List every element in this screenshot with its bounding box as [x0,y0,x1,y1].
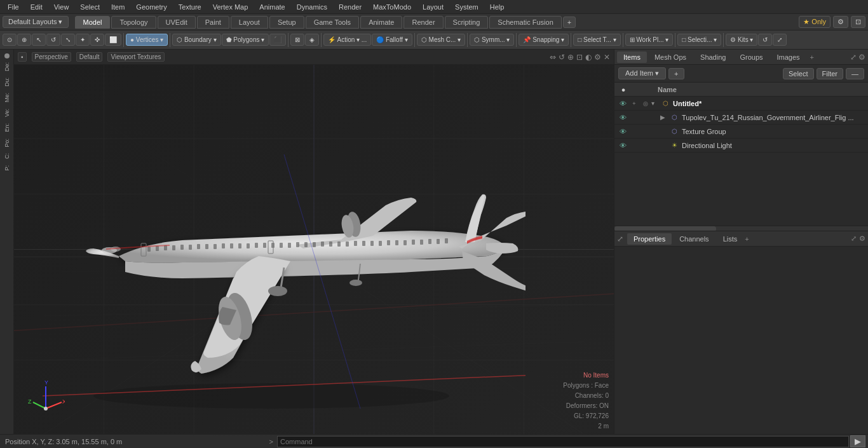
tab-meshops[interactable]: Mesh Ops [648,51,693,63]
vis2-light[interactable] [628,140,640,151]
tab-setup[interactable]: Setup [269,16,304,29]
sidebar-btn-ve[interactable]: Ve: [3,106,11,119]
vis2-texture[interactable] [628,126,640,137]
tab-paint[interactable]: Paint [197,16,229,29]
item-texture-group[interactable]: 👁 ⬡ Texture Group [614,125,868,139]
rotate-vp-icon[interactable]: ↺ [559,53,565,62]
menu-maxtomodo[interactable]: MaxToModo [368,2,416,12]
add-tab-button[interactable]: + [563,17,576,28]
snapping-dropdown-btn[interactable]: 📌 Snapping ▾ [519,34,569,46]
menu-system[interactable]: System [450,2,484,12]
rotate-tool-btn[interactable]: ↺ [46,34,60,46]
tab-gametools[interactable]: Game Tools [306,16,360,29]
vis3-light[interactable] [640,140,651,151]
panel-settings-icon[interactable]: ⚙ [858,53,865,62]
tab-images[interactable]: Images [771,51,806,63]
menu-view[interactable]: View [49,2,74,12]
items-scrollbar[interactable] [614,226,868,231]
cursor-tool-btn[interactable]: ↖ [32,34,46,46]
items-minus-button[interactable]: — [846,68,864,79]
tab-lists[interactable]: Lists [717,233,744,245]
prop-expand-icon[interactable]: ⤢ [617,234,623,243]
sidebar-btn-po[interactable]: Po: [3,136,11,150]
vis-icon-texture[interactable]: 👁 [617,126,628,137]
tab-render[interactable]: Render [403,16,443,29]
maximize-button[interactable]: ⊡ [851,16,865,28]
menu-animate[interactable]: Animate [254,2,290,12]
sidebar-btn-du[interactable]: Du: [3,75,11,89]
kits-dropdown-btn[interactable]: ⚙ Kits ▾ [726,34,757,46]
vis2-airliner[interactable] [628,112,640,123]
poly-mode-btn[interactable]: ⬛ [269,34,286,46]
symm-dropdown-btn[interactable]: ⬡ Symm... ▾ [470,34,514,46]
workpl-dropdown-btn[interactable]: ⊞ Work Pl... ▾ [625,34,674,46]
render-view-btn[interactable]: ⊠ [290,34,304,46]
zoom-icon[interactable]: ⊕ [567,53,574,62]
vis-icon-untitled[interactable]: 👁 [617,98,628,109]
item-untitled[interactable]: 👁 + ◎ ▾ ⬡ Untitled* [614,97,868,111]
add-item-button[interactable]: Add Item ▾ [618,67,666,79]
falloff-dropdown-btn[interactable]: 🔵 Falloff ▾ [372,34,412,46]
perspective-btn[interactable]: Perspective [32,52,71,62]
menu-texture[interactable]: Texture [173,2,207,12]
expand-btn[interactable]: ⤢ [773,34,787,46]
scale-tool-btn[interactable]: ⤡ [61,34,75,46]
tab-items[interactable]: Items [617,51,647,63]
move-icon[interactable]: ⇔ [550,53,556,62]
fit-icon[interactable]: ⊡ [576,53,583,62]
camera-btn[interactable]: Default [76,52,103,62]
render2-btn[interactable]: ◈ [305,34,319,46]
tab-scripting[interactable]: Scripting [445,16,489,29]
panel-expand-icon[interactable]: ⤢ [850,53,857,62]
sidebar-btn-de[interactable]: De: [3,60,11,74]
tab-groups[interactable]: Groups [733,51,769,63]
menu-dynamics[interactable]: Dynamics [292,2,332,12]
selecti-dropdown-btn[interactable]: □ Selecti... ▾ [677,34,721,46]
menu-select[interactable]: Select [75,2,105,12]
prop-settings-icon[interactable]: ⚙ [859,234,865,243]
vertices-dropdown-btn[interactable]: ● Vertices ▾ [126,34,168,46]
boundary-dropdown-btn[interactable]: ⬡ Boundary ▾ [172,34,220,46]
vis-icon-light[interactable]: 👁 [617,140,628,151]
prop-expand2-icon[interactable]: ⤢ [851,234,857,243]
vis-icon-airliner[interactable]: 👁 [617,112,628,123]
viewport-toggle[interactable]: ▪ [18,52,27,62]
tab-properties[interactable]: Properties [627,233,672,245]
action-dropdown-btn[interactable]: ⚡ Action ▾ ... [323,34,371,46]
refresh-btn[interactable]: ↺ [758,34,772,46]
menu-layout[interactable]: Layout [417,2,449,12]
vis3-texture[interactable] [640,126,651,137]
items-list[interactable]: 👁 + ◎ ▾ ⬡ Untitled* 👁 ▶ ⬡ [614,97,868,226]
viewport[interactable]: ▪ Perspective Default Viewport Textures … [14,50,614,434]
menu-help[interactable]: Help [485,2,510,12]
vp-close-icon[interactable]: ✕ [604,53,610,62]
items-filter-button[interactable]: Filter [817,68,843,79]
polygons-dropdown-btn[interactable]: ⬟ Polygons ▾ [222,34,269,46]
settings-button[interactable]: ⚙ [833,16,848,28]
expand-untitled[interactable]: ▾ [651,100,660,107]
tab-channels[interactable]: Channels [673,233,715,245]
tab-schematicfusion[interactable]: Schematic Fusion [489,16,561,29]
menu-geometry[interactable]: Geometry [131,2,172,12]
add-prop-tab-icon[interactable]: + [745,235,749,243]
render-icon[interactable]: ◐ [585,53,592,62]
menu-vertexmap[interactable]: Vertex Map [208,2,254,12]
tab-model[interactable]: Model [75,16,111,29]
star-only-button[interactable]: ★ Only [799,16,831,28]
tab-topology[interactable]: Topology [111,16,156,29]
tab-uvedit[interactable]: UVEdit [158,16,196,29]
shading-btn[interactable]: Viewport Textures [107,52,164,62]
sidebar-btn-p[interactable]: P: [3,163,11,173]
sidebar-btn-c[interactable]: C: [3,151,11,161]
transform-tool-btn[interactable]: ✦ [76,34,90,46]
menu-item[interactable]: Item [106,2,130,12]
sidebar-btn-en[interactable]: En: [3,121,11,135]
grid-tool-btn[interactable]: ⊕ [17,34,31,46]
vis3-untitled[interactable]: ◎ [640,98,651,109]
menu-file[interactable]: File [3,2,24,12]
menu-render[interactable]: Render [334,2,367,12]
vis3-airliner[interactable] [640,112,651,123]
tab-animate[interactable]: Animate [360,16,402,29]
items-add-icon[interactable]: + [668,68,684,79]
item-airliner[interactable]: 👁 ▶ ⬡ Tupolev_Tu_214_Russian_Government_… [614,111,868,125]
